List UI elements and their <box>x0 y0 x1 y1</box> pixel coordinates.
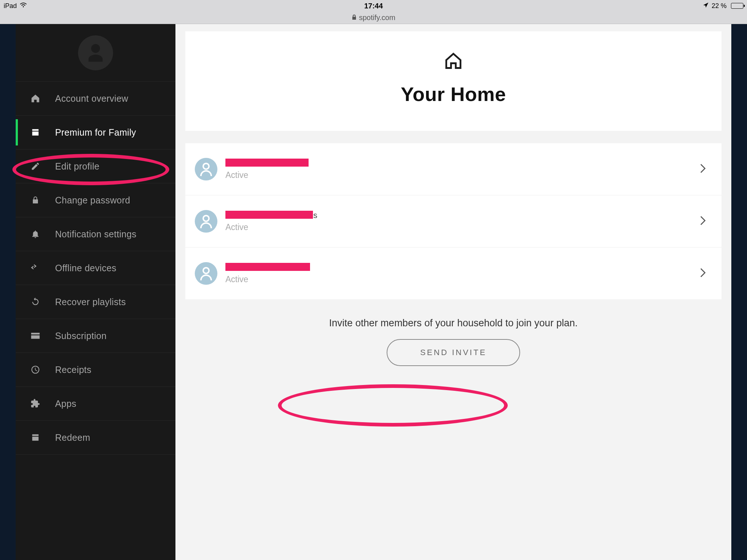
clock-icon <box>27 365 44 374</box>
sidebar-item-label: Offline devices <box>55 263 116 273</box>
invite-block: Invite other members of your household t… <box>185 318 721 366</box>
device-label: iPad <box>4 2 17 10</box>
sidebar-item-label: Premium for Family <box>55 127 136 138</box>
reload-icon <box>27 297 44 307</box>
sidebar-item-account-overview[interactable]: Account overview <box>16 82 175 116</box>
person-icon <box>195 210 217 233</box>
app-frame: Account overviewPremium for FamilyEdit p… <box>16 24 731 560</box>
sidebar-item-label: Recover playlists <box>55 297 126 307</box>
sidebar-item-change-password[interactable]: Change password <box>16 183 175 217</box>
member-info: Active <box>225 159 699 180</box>
gutter-right <box>731 24 747 560</box>
battery-icon <box>729 3 743 9</box>
swap-icon <box>27 264 44 272</box>
url-domain: spotify.com <box>359 13 395 22</box>
svg-point-1 <box>203 215 209 221</box>
member-info: Active <box>225 263 699 284</box>
svg-point-2 <box>203 268 209 273</box>
send-invite-button[interactable]: SEND INVITE <box>387 339 520 366</box>
wifi-icon <box>20 2 27 10</box>
clock-time: 17:44 <box>364 2 383 10</box>
sidebar-nav: Account overviewPremium for FamilyEdit p… <box>16 82 175 455</box>
member-row[interactable]: Active <box>185 248 721 299</box>
sidebar-item-premium-family[interactable]: Premium for Family <box>16 116 175 149</box>
sidebar-item-label: Subscription <box>55 331 107 341</box>
sidebar-item-receipts[interactable]: Receipts <box>16 353 175 387</box>
browser-url-bar[interactable]: spotify.com <box>0 12 747 24</box>
sidebar-avatar-block[interactable] <box>16 24 175 82</box>
account-sidebar: Account overviewPremium for FamilyEdit p… <box>16 24 175 560</box>
member-status: Active <box>225 170 699 180</box>
sidebar-item-apps[interactable]: Apps <box>16 387 175 421</box>
sidebar-item-label: Change password <box>55 195 130 206</box>
chevron-right-icon <box>699 215 707 227</box>
person-icon <box>195 262 217 285</box>
sidebar-item-offline-devices[interactable]: Offline devices <box>16 251 175 285</box>
card-icon <box>27 128 44 137</box>
chevron-right-icon <box>699 268 707 279</box>
lock-icon <box>352 14 357 22</box>
member-status: Active <box>225 222 699 232</box>
member-name-redacted <box>225 263 310 271</box>
battery-percent: 22 % <box>712 2 727 10</box>
member-row[interactable]: sActive <box>185 195 721 248</box>
page-title: Your Home <box>185 83 721 105</box>
main-content: Your Home ActivesActiveActive Invite oth… <box>175 24 731 560</box>
lock-icon <box>27 195 44 205</box>
app-viewport: Account overviewPremium for FamilyEdit p… <box>0 24 747 560</box>
your-home-header: Your Home <box>185 31 721 131</box>
member-row[interactable]: Active <box>185 143 721 195</box>
location-icon <box>703 2 709 10</box>
member-status: Active <box>225 275 699 284</box>
svg-point-0 <box>203 163 209 169</box>
sidebar-item-label: Receipts <box>55 365 92 375</box>
puzzle-icon <box>27 398 44 409</box>
member-name-redacted: s <box>225 211 313 219</box>
person-icon <box>195 158 217 180</box>
sidebar-item-edit-profile[interactable]: Edit profile <box>16 149 175 183</box>
bell-icon <box>27 229 44 239</box>
ipad-status-bar: iPad 17:44 22 % <box>0 0 747 12</box>
gutter-left <box>0 24 16 560</box>
sidebar-item-redeem[interactable]: Redeem <box>16 421 175 455</box>
avatar-icon <box>78 35 113 70</box>
chevron-right-icon <box>699 163 707 175</box>
sidebar-item-label: Apps <box>55 398 76 409</box>
sidebar-item-label: Edit profile <box>55 161 100 172</box>
member-name-redacted <box>225 159 309 167</box>
sidebar-item-label: Account overview <box>55 93 128 104</box>
sidebar-item-label: Redeem <box>55 432 90 443</box>
home-icon <box>27 93 44 104</box>
credit-icon <box>27 332 44 340</box>
card-icon <box>27 433 44 442</box>
sidebar-item-notification-settings[interactable]: Notification settings <box>16 217 175 251</box>
member-info: sActive <box>225 211 699 232</box>
home-icon <box>185 51 721 72</box>
sidebar-item-label: Notification settings <box>55 229 136 240</box>
sidebar-item-subscription[interactable]: Subscription <box>16 319 175 353</box>
sidebar-item-recover-playlists[interactable]: Recover playlists <box>16 285 175 319</box>
pencil-icon <box>27 162 44 171</box>
invite-text: Invite other members of your household t… <box>185 318 721 329</box>
members-list: ActivesActiveActive <box>185 143 721 299</box>
